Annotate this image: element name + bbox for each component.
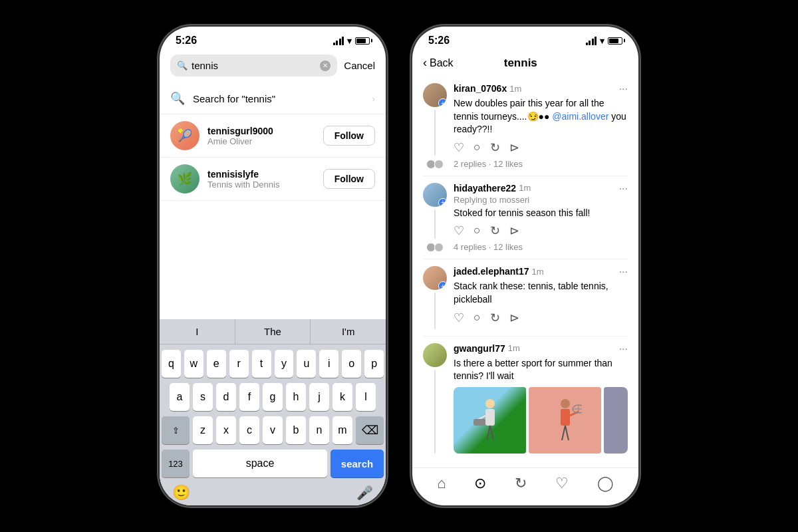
share-icon-1[interactable]: ⊳ (509, 223, 519, 238)
repost-icon-1[interactable]: ↻ (490, 223, 500, 238)
post-body-2: Stack rank these: tennis, table tennis, … (454, 280, 628, 306)
repost-icon-0[interactable]: ↻ (490, 140, 500, 155)
home-nav-icon[interactable]: ⌂ (437, 475, 446, 492)
activity-nav-icon[interactable]: ↻ (515, 475, 527, 492)
key-j[interactable]: j (309, 383, 329, 411)
comment-icon-1[interactable]: ○ (473, 223, 481, 238)
kbd-emoji-row: 🙂 🎤 (162, 480, 384, 503)
profile-nav-icon[interactable]: ◯ (597, 475, 614, 492)
post-username-1[interactable]: hidayathere22 (454, 183, 516, 194)
more-icon-1[interactable]: ··· (619, 183, 628, 195)
shift-key[interactable]: ⇧ (162, 416, 190, 444)
search-key[interactable]: search (331, 450, 384, 477)
kbd-row-2: a s d f g h j k l (162, 383, 384, 411)
key-i[interactable]: i (319, 350, 338, 378)
search-input[interactable]: tennis (192, 60, 316, 71)
post-username-2[interactable]: jaded.elephant17 (454, 266, 529, 277)
heart-icon-2[interactable]: ♡ (454, 311, 464, 325)
key-s[interactable]: s (193, 383, 213, 411)
key-x[interactable]: x (216, 416, 236, 444)
key-t[interactable]: t (252, 350, 271, 378)
back-button[interactable]: ‹ Back (423, 56, 454, 70)
key-f[interactable]: f (239, 383, 259, 411)
post-right-3: gwangurl77 1m ··· Is there a better spor… (454, 343, 628, 454)
post-username-0[interactable]: kiran_0706x (454, 83, 507, 94)
thread-title: tennis (504, 57, 537, 70)
delete-key[interactable]: ⌫ (356, 416, 384, 444)
key-g[interactable]: g (263, 383, 283, 411)
more-icon-3[interactable]: ··· (619, 343, 628, 355)
post-meta-1: hidayathere22 1m (454, 183, 531, 194)
post-header-0: kiran_0706x 1m ··· (454, 83, 628, 95)
post-mention[interactable]: @aimi.allover (552, 111, 608, 122)
post-stats-0: 2 replies · 12 likes (454, 159, 628, 169)
more-icon-2[interactable]: ··· (619, 266, 628, 278)
key-b[interactable]: b (286, 416, 306, 444)
key-m[interactable]: m (332, 416, 352, 444)
post-actions-1: ♡ ○ ↻ ⊳ (454, 223, 628, 238)
search-input-wrap[interactable]: 🔍 tennis ✕ (170, 55, 337, 76)
comment-icon-0[interactable]: ○ (473, 140, 481, 155)
heart-icon-0[interactable]: ♡ (454, 140, 464, 155)
key-h[interactable]: h (286, 383, 306, 411)
thread-header: ‹ Back tennis (412, 51, 638, 76)
user-info-0: tennisgurl9000 Amie Oliver (207, 126, 323, 146)
svg-line-8 (562, 426, 565, 440)
key-v[interactable]: v (263, 416, 283, 444)
key-w[interactable]: w (184, 350, 203, 378)
key-o[interactable]: o (342, 350, 361, 378)
post-body-1: Stoked for tennis season this fall! (454, 207, 628, 220)
key-u[interactable]: u (297, 350, 316, 378)
key-n[interactable]: n (309, 416, 329, 444)
key-y[interactable]: y (275, 350, 294, 378)
key-l[interactable]: l (356, 383, 376, 411)
heart-nav-icon[interactable]: ♡ (555, 475, 569, 492)
comment-icon-2[interactable]: ○ (473, 311, 481, 325)
microphone-button[interactable]: 🎤 (356, 485, 373, 501)
key-c[interactable]: c (239, 416, 259, 444)
tennis-player-svg-0 (473, 397, 507, 444)
svg-line-3 (490, 426, 493, 440)
numbers-key[interactable]: 123 (162, 450, 190, 477)
post-stats-1: 4 replies · 12 likes (454, 242, 628, 252)
time-right: 5:26 (428, 35, 450, 47)
search-clear-button[interactable]: ✕ (320, 61, 331, 71)
post-image-0 (454, 387, 526, 454)
heart-icon-1[interactable]: ♡ (454, 223, 464, 238)
follow-button-0[interactable]: Follow (323, 126, 375, 146)
suggestion-0[interactable]: I (160, 319, 235, 344)
more-icon-0[interactable]: ··· (619, 83, 628, 95)
chevron-right-icon: › (372, 94, 375, 104)
share-icon-2[interactable]: ⊳ (509, 311, 519, 325)
key-k[interactable]: k (332, 383, 352, 411)
keyboard: q w e r t y u i o p a s d f g (160, 344, 386, 505)
search-nav-icon[interactable]: ⊙ (474, 475, 486, 492)
post-header-1: hidayathere22 1m ··· (454, 183, 628, 195)
post-right-1: hidayathere22 1m ··· Replying to mosseri… (454, 183, 628, 253)
post-left-0: + (423, 83, 447, 169)
suggestion-2[interactable]: I'm (311, 319, 386, 344)
search-for-row[interactable]: 🔍 Search for "tennis" › (160, 83, 386, 114)
user-row-0[interactable]: 🎾 tennisgurl9000 Amie Oliver Follow (160, 114, 386, 158)
space-key[interactable]: space (193, 450, 327, 477)
post-meta-2: jaded.elephant17 1m (454, 266, 544, 277)
user-info-1: tennisislyfe Tennis with Dennis (207, 169, 323, 190)
avatar-emoji-0: 🎾 (178, 128, 192, 143)
follow-button-1[interactable]: Follow (323, 169, 375, 189)
post-username-3[interactable]: gwangurl77 (454, 343, 505, 354)
key-d[interactable]: d (216, 383, 236, 411)
emoji-button[interactable]: 🙂 (172, 484, 190, 501)
key-e[interactable]: e (207, 350, 226, 378)
key-a[interactable]: a (170, 383, 190, 411)
share-icon-0[interactable]: ⊳ (509, 140, 519, 155)
suggestion-1[interactable]: The (235, 319, 311, 344)
search-for-text: Search for "tennis" (193, 93, 372, 104)
key-z[interactable]: z (193, 416, 213, 444)
cancel-button[interactable]: Cancel (344, 60, 375, 71)
key-q[interactable]: q (162, 350, 181, 378)
user-row-1[interactable]: 🌿 tennisislyfe Tennis with Dennis Follow (160, 158, 386, 201)
repost-icon-2[interactable]: ↻ (490, 311, 500, 325)
key-p[interactable]: p (364, 350, 384, 378)
key-r[interactable]: r (229, 350, 249, 378)
search-for-icon: 🔍 (170, 91, 185, 106)
